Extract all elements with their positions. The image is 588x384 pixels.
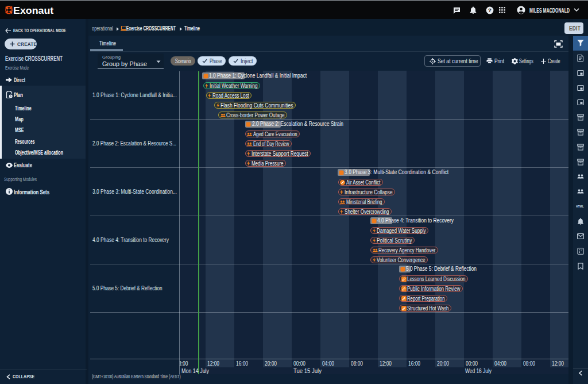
svg-text:?: ?: [488, 7, 492, 13]
